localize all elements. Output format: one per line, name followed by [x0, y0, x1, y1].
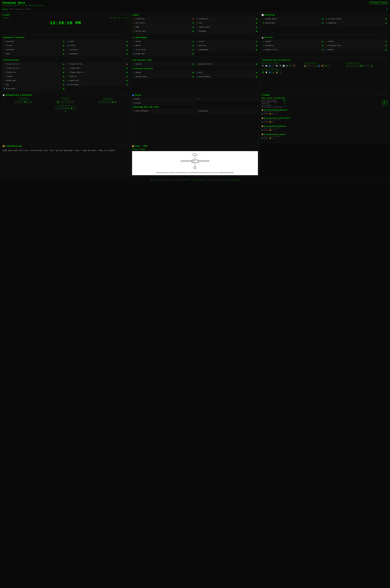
github-edit-icon[interactable]: ✎ [378, 94, 379, 96]
service-item[interactable]: ▶ Plex Server [132, 21, 195, 25]
service-item[interactable]: ♡ Questions for C... [195, 62, 258, 66]
service-item[interactable]: ★ IMDb [132, 25, 195, 29]
tool-icon-button[interactable]: ⚡ [272, 64, 275, 67]
tool-icon-button[interactable]: ▦ [370, 64, 373, 67]
service-item[interactable]: ⬡ N8N [2, 83, 65, 86]
tool-icon-button[interactable]: 🔎 [279, 64, 282, 67]
utility-icon-button[interactable]: ▶ [272, 71, 275, 74]
social-item[interactable]: ✕ X [195, 97, 258, 101]
joke-refresh-icon[interactable]: ↺ [121, 145, 122, 147]
service-item[interactable]: ◈ Perplexity [261, 44, 324, 47]
tool-icon-button[interactable]: ⬟ [360, 64, 363, 67]
doc-icon-button[interactable]: ⬟ [24, 101, 26, 103]
external-tools-menu[interactable]: ⋮⋮⋮ [382, 59, 388, 61]
utility-icon-button[interactable]: 🖼 [261, 71, 264, 74]
tool-icon-button[interactable]: 🔒 [304, 64, 307, 67]
doc-icon-button[interactable]: ⬡ [20, 101, 23, 103]
repo-name[interactable]: 📁 veteranbv/project_capture [261, 133, 388, 135]
clock-menu-icon[interactable]: ⋮⋮⋮ [123, 14, 129, 16]
doc-icon-button[interactable]: ⊛ [30, 101, 32, 103]
kb-item[interactable]: ✎ Excalidraw [195, 109, 258, 113]
menu-icon[interactable]: ≡ [387, 8, 388, 11]
tool-icon-button[interactable]: 🌐 [268, 64, 271, 67]
tool-icon-button[interactable]: ⊕ [328, 64, 331, 67]
doc-icon-button[interactable]: ⚡ [63, 101, 65, 103]
media-menu[interactable]: ⋮⋮⋮ [252, 14, 258, 16]
service-item[interactable]: ▽ Vault [2, 52, 65, 56]
service-item[interactable]: ◉ Uptime Kuma [261, 21, 324, 25]
service-item[interactable]: ✕ Proxmox Dev [2, 71, 65, 74]
service-item[interactable]: ⊙ Dockge Dash... [2, 79, 65, 82]
service-item[interactable]: ⊙ UpSnap [132, 71, 195, 74]
service-item[interactable]: ◆ Google AI Stu... [261, 48, 324, 51]
service-item[interactable]: ⊙ Tworbel [132, 62, 195, 66]
search-input[interactable] [10, 8, 385, 10]
utility-icon-button[interactable]: 🔒 [275, 71, 278, 74]
service-item[interactable]: ▦ Quick Markdo... [195, 75, 258, 79]
github-refresh-icon[interactable]: ↺ [380, 94, 381, 96]
service-item[interactable]: ✕ Proxmox Ent No... [2, 66, 65, 70]
tool-icon-button[interactable]: ⚡ [349, 64, 352, 67]
service-item[interactable]: ⊕ Services Status [325, 17, 388, 21]
social-item[interactable]: ⊙ Reddit [132, 97, 195, 101]
service-item[interactable]: ⊡ Cursor [195, 40, 258, 43]
tool-icon-button[interactable]: 👤 [318, 64, 320, 67]
service-item[interactable]: ⊙ GitHub [132, 40, 195, 43]
service-item[interactable]: ⊙ ChatGPT [261, 40, 324, 43]
tool-icon-button[interactable]: ✔ [314, 64, 317, 67]
ai-tools-menu[interactable]: ⋮⋮⋮ [382, 37, 388, 39]
service-item[interactable]: ⬟ Zima-CasaO... [66, 83, 129, 86]
tool-icon-button[interactable]: 📊 [282, 64, 285, 67]
doc-icon-button[interactable]: ? [60, 101, 62, 103]
tool-icon-button[interactable]: {} [346, 64, 349, 67]
social-menu[interactable]: ⋮⋮⋮ [252, 94, 258, 96]
github-menu[interactable]: ⋮⋮⋮ [382, 94, 388, 96]
service-item[interactable]: ⊛ Authentik [2, 48, 65, 51]
service-item[interactable]: ↗ Reelgood [195, 30, 258, 33]
service-item[interactable]: ✕ Proxmox Helper S... [66, 71, 129, 74]
extra-doc-icon-button[interactable]: ⊕ [64, 110, 67, 113]
doc-icon-button[interactable]: ⊙ [27, 101, 29, 103]
doc-icon-button[interactable]: ⊙ [105, 101, 107, 103]
service-item[interactable]: ⊕ Apache NiFi [66, 79, 129, 82]
service-item[interactable]: π PiKVM v3 [66, 75, 129, 78]
service-item[interactable]: □ CodeSandbox [195, 48, 258, 51]
doc-icon-button[interactable]: ⊛ [72, 101, 74, 103]
doc-icon-button[interactable]: ⬟ [111, 101, 114, 103]
dev-resource-icon-button[interactable]: π [58, 107, 61, 110]
service-item[interactable]: ☁ Cloudflare [66, 52, 129, 56]
tool-icon-button[interactable]: 📌 [293, 64, 295, 67]
service-item[interactable]: ✕ Proxmox Ent No... [2, 62, 65, 66]
clock-edit-icon[interactable]: ✎ [119, 14, 120, 16]
github-button[interactable]: VeteranBV's Github [369, 1, 388, 4]
tool-icon-button[interactable]: 🔗 [286, 64, 289, 67]
doc-icon-button[interactable]: ⊙ [66, 101, 68, 103]
monitoring-menu[interactable]: ⋮⋮⋮ [382, 14, 388, 16]
kb-item[interactable]: ⊙ Draw.io/Diagra... [132, 109, 195, 113]
knowledge-base-menu[interactable]: ⋮⋮⋮ [252, 106, 258, 108]
social-item[interactable]: ▶ YouTube [132, 101, 195, 105]
service-item[interactable]: ⬡ Replit [132, 44, 195, 47]
dev-resource-icon-button[interactable]: ⬟ [70, 107, 73, 110]
comic-refresh-icon[interactable]: ↺ [250, 145, 251, 147]
service-item[interactable]: β Bolt.new [195, 44, 258, 47]
doc-icon-button[interactable]: ⬡ [99, 101, 101, 103]
service-item[interactable]: ▦ SmokePing [325, 21, 388, 25]
service-item[interactable]: ⬟ Docker Hub [132, 52, 195, 56]
tool-icon-button[interactable]: 🛠 [324, 64, 327, 67]
doc-icon-button[interactable]: ⊕ [108, 101, 110, 103]
tool-icon-button[interactable]: ⚔ [311, 64, 313, 67]
tool-icon-button[interactable]: 📡 [275, 64, 278, 67]
dev-resource-icon-button[interactable]: ⊛ [73, 107, 76, 110]
comic-edit-icon[interactable]: ✎ [248, 145, 249, 147]
tool-icon-button[interactable]: π [356, 64, 359, 67]
repo-name[interactable]: 📁 veteranbv/unifi-client-updater [261, 117, 388, 119]
service-item[interactable]: ▶ Plex [195, 21, 258, 25]
service-item[interactable]: ∞ v0 by Vercel [132, 48, 195, 51]
dev-resource-icon-button[interactable]: ⊙ [61, 107, 64, 110]
comic-menu[interactable]: ⋮⋮⋮ [252, 145, 258, 147]
service-item[interactable]: G Gemini [325, 48, 388, 51]
service-item[interactable]: ⊕ Rotten Toma... [132, 30, 195, 33]
service-item[interactable]: ✕ Proxmox Main [66, 66, 129, 70]
joke-edit-icon[interactable]: ✎ [119, 145, 120, 147]
